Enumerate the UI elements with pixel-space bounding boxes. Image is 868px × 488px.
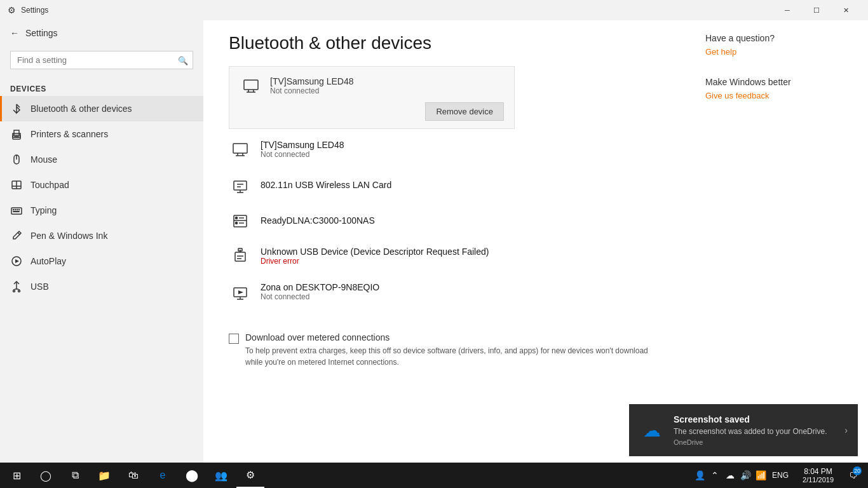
sidebar-item-touchpad[interactable]: Touchpad xyxy=(0,172,203,198)
metered-connection-desc: To help prevent extra charges, keep this… xyxy=(245,345,665,368)
sidebar-item-usb-label: USB xyxy=(31,281,49,292)
device-item-4[interactable]: Unknown USB Device (Device Descriptor Re… xyxy=(229,238,665,274)
search-icon: 🔍 xyxy=(178,55,188,65)
device-name-3: ReadyDLNA:C3000-100NAS xyxy=(261,215,665,226)
search-container: 🔍 xyxy=(10,51,193,69)
metered-connection-label: Download over metered connections xyxy=(245,332,665,342)
wifi-tray-icon[interactable]: 📶 xyxy=(754,463,767,488)
sidebar-item-pen-label: Pen & Windows Ink xyxy=(31,231,107,241)
sidebar-item-autoplay-label: AutoPlay xyxy=(31,256,66,266)
main-layout: ← Settings 🔍 Devices Bluetooth & other d… xyxy=(0,20,868,463)
device-details-3: ReadyDLNA:C3000-100NAS xyxy=(261,215,665,226)
expanded-device-header: [TV]Samsung LED48 Not connected xyxy=(240,74,504,97)
mouse-icon xyxy=(10,153,23,166)
device-item-5[interactable]: Zona on DESKTOP-9N8EQIO Not connected xyxy=(229,274,665,309)
taskbar-clock[interactable]: 8:04 PM 2/11/2019 xyxy=(797,463,839,488)
expanded-device-info: [TV]Samsung LED48 Not connected xyxy=(270,76,504,95)
notification-button[interactable]: 🗨 20 xyxy=(840,463,865,488)
device-name-4: Unknown USB Device (Device Descriptor Re… xyxy=(261,247,665,257)
onedrive-tray-icon[interactable]: ☁ xyxy=(724,463,736,488)
toast-arrow[interactable]: › xyxy=(844,425,848,435)
nas-icon xyxy=(229,209,252,232)
svg-point-19 xyxy=(18,290,20,292)
volume-tray-icon[interactable]: 🔊 xyxy=(739,463,752,488)
device-details-2: 802.11n USB Wireless LAN Card xyxy=(261,180,665,190)
help-section: Have a question? Get help xyxy=(705,33,853,57)
expanded-device-card: [TV]Samsung LED48 Not connected Remove d… xyxy=(229,66,515,129)
search-button[interactable]: ◯ xyxy=(32,463,60,488)
metered-connection-label-group: Download over metered connections To hel… xyxy=(245,332,665,368)
sidebar-item-bluetooth[interactable]: Bluetooth & other devices xyxy=(0,96,203,121)
page-title: Bluetooth & other devices xyxy=(229,33,665,53)
device-name-1: [TV]Samsung LED48 xyxy=(261,140,665,150)
taskbar: ⊞ ◯ ⧉ 📁 🛍 e ⬤ 👥 ⚙ 👤 ⌃ ☁ 🔊 📶 ENG 8:04 PM … xyxy=(0,463,868,488)
settings-icon: ⚙ xyxy=(8,5,16,15)
sidebar-section-label: Devices xyxy=(0,79,203,96)
svg-line-13 xyxy=(18,233,20,234)
metered-connection-row: Download over metered connections To hel… xyxy=(229,332,665,368)
sidebar-item-usb[interactable]: USB xyxy=(0,274,203,299)
settings-taskbar-button[interactable]: ⚙ xyxy=(236,463,264,488)
usb-icon xyxy=(10,280,23,293)
feedback-title: Make Windows better xyxy=(705,77,853,87)
maximize-button[interactable]: ☐ xyxy=(802,0,831,20)
sidebar-item-autoplay[interactable]: AutoPlay xyxy=(0,248,203,274)
sidebar-item-mouse[interactable]: Mouse xyxy=(0,147,203,172)
device-status-5: Not connected xyxy=(261,292,665,301)
svg-rect-26 xyxy=(233,144,247,153)
typing-icon xyxy=(10,204,23,217)
toast-title: Screenshot saved xyxy=(674,414,836,424)
clock-time: 8:04 PM xyxy=(804,467,832,476)
autoplay-icon xyxy=(10,255,23,268)
clock-date: 2/11/2019 xyxy=(803,476,834,484)
file-explorer-button[interactable]: 📁 xyxy=(90,463,118,488)
minimize-button[interactable]: ─ xyxy=(773,0,802,20)
device-name-2: 802.11n USB Wireless LAN Card xyxy=(261,180,665,190)
device-item-2[interactable]: 802.11n USB Wireless LAN Card xyxy=(229,167,665,203)
sidebar-item-typing-label: Typing xyxy=(31,205,57,215)
device-item-3[interactable]: ReadyDLNA:C3000-100NAS xyxy=(229,203,665,238)
store-button[interactable]: 🛍 xyxy=(119,463,147,488)
get-help-link[interactable]: Get help xyxy=(705,47,853,57)
toast-description: The screenshot was added to your OneDriv… xyxy=(674,427,836,436)
back-label: Settings xyxy=(25,28,58,38)
language-indicator[interactable]: ENG xyxy=(770,471,791,480)
close-button[interactable]: ✕ xyxy=(831,0,860,20)
metered-connection-checkbox[interactable] xyxy=(229,334,239,344)
sidebar-item-printers[interactable]: Printers & scanners xyxy=(0,121,203,147)
edge-button[interactable]: e xyxy=(149,463,177,488)
app-title: Settings xyxy=(21,6,48,15)
svg-point-18 xyxy=(13,290,15,292)
touchpad-icon xyxy=(10,179,23,191)
sidebar-item-typing[interactable]: Typing xyxy=(0,198,203,223)
device-details-5: Zona on DESKTOP-9N8EQIO Not connected xyxy=(261,282,665,301)
device-details-4: Unknown USB Device (Device Descriptor Re… xyxy=(261,247,665,266)
svg-point-35 xyxy=(236,217,238,219)
remove-device-button[interactable]: Remove device xyxy=(425,102,504,121)
sidebar-item-pen[interactable]: Pen & Windows Ink xyxy=(0,223,203,248)
expand-tray-icon[interactable]: ⌃ xyxy=(709,463,721,488)
back-button[interactable]: ← Settings xyxy=(0,20,203,46)
expanded-device-icon xyxy=(240,74,262,97)
network-tray-icon[interactable]: 👤 xyxy=(693,463,706,488)
svg-marker-47 xyxy=(238,290,243,294)
media-icon xyxy=(229,280,252,303)
sidebar: ← Settings 🔍 Devices Bluetooth & other d… xyxy=(0,20,203,463)
start-button[interactable]: ⊞ xyxy=(3,463,31,488)
people-button[interactable]: 👥 xyxy=(207,463,235,488)
search-input[interactable] xyxy=(10,51,193,69)
device-list: [TV]Samsung LED48 Not connected 802.11n … xyxy=(229,132,665,309)
chrome-button[interactable]: ⬤ xyxy=(178,463,206,488)
onedrive-icon: ☁ xyxy=(639,417,665,443)
toast-content: Screenshot saved The screenshot was adde… xyxy=(674,414,836,446)
device-item-1[interactable]: [TV]Samsung LED48 Not connected xyxy=(229,132,665,167)
titlebar-controls: ─ ☐ ✕ xyxy=(773,0,860,20)
expanded-device-name: [TV]Samsung LED48 xyxy=(270,76,504,86)
content-area: Bluetooth & other devices [TV]Samsung LE… xyxy=(203,20,690,463)
device-name-5: Zona on DESKTOP-9N8EQIO xyxy=(261,282,665,292)
taskview-button[interactable]: ⧉ xyxy=(61,463,89,488)
pen-icon xyxy=(10,229,23,242)
feedback-section: Make Windows better Give us feedback xyxy=(705,77,853,100)
give-feedback-link[interactable]: Give us feedback xyxy=(705,91,853,100)
sidebar-item-printers-label: Printers & scanners xyxy=(31,129,108,139)
